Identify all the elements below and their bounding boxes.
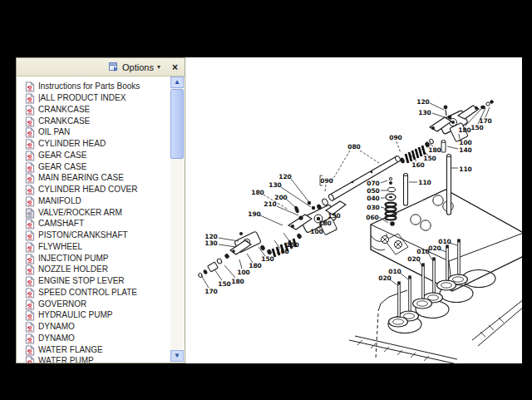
part-number-label: 030 [367,204,380,211]
part-number-label: 110 [459,165,472,173]
pdf-page-icon [25,126,35,137]
bookmark-item-label: FLYWHEEL [38,242,82,251]
bookmark-item[interactable]: DYNAMO [25,321,170,333]
bookmark-item[interactable]: GEAR CASE [25,150,170,161]
bookmark-item[interactable]: |ALL PRODUCT INDEX [25,92,170,104]
part-number-label: 160 [276,248,289,255]
bookmarks-scrollbar[interactable]: ▲ ▼ [170,77,184,362]
pdf-page-icon [25,218,35,229]
pdf-page-icon [25,344,35,355]
bookmark-item[interactable]: GOVERNOR [25,298,170,309]
part-number-label: 180 [428,146,441,154]
bookmark-item[interactable]: VALVE/ROCKER ARM [25,206,170,218]
document-page[interactable]: 1201301701501801001401101601501800900800… [185,57,522,363]
part-number-label: 180 [249,262,262,269]
bookmark-item-label: GEAR CASE [38,162,86,171]
scroll-down-button[interactable]: ▼ [170,350,184,362]
part-number-label: 120 [278,173,292,180]
bookmark-item-label: GOVERNOR [38,299,86,309]
bookmark-item[interactable]: MANIFOLD [25,195,170,207]
part-number-label: 150 [328,212,341,220]
pdf-page-icon [25,207,35,218]
bookmark-item-label: |ALL PRODUCT INDEX [38,93,126,102]
bookmark-item[interactable]: CYLINDER HEAD [25,138,170,150]
options-menu-icon [109,62,119,72]
pdf-page-icon [25,92,35,103]
part-number-label: 130 [204,240,218,247]
bookmark-item-label: HYDRAULIC PUMP [38,310,112,319]
pdf-page-icon [25,264,35,274]
pdf-page-icon [25,333,35,343]
bookmark-item[interactable]: CRANKCASE [25,104,170,116]
bookmark-item[interactable]: DYNAMO [25,333,170,344]
scroll-up-button[interactable]: ▲ [170,77,184,88]
pdf-page-icon [25,253,35,264]
part-number-label: 050 [367,187,380,195]
bookmark-item[interactable]: ENGINE STOP LEVER [25,275,170,287]
part-number-label: 150 [218,280,231,288]
options-button[interactable]: Options ▾ [109,62,160,72]
bookmark-item-label: WATER FLANGE [38,345,103,354]
bookmark-item-label: PISTON/CRANKSHAFT [38,230,128,240]
part-number-label: 180 [458,126,471,134]
pdf-page-icon [25,195,35,206]
bookmark-item-label: CRANKCASE [38,105,90,114]
part-number-label: 100 [459,139,472,146]
part-number-label: 070 [367,180,380,187]
part-number-label: 180 [318,220,332,227]
chevron-down-icon: ▾ [157,63,160,71]
part-number-label: 130 [268,181,282,189]
part-number-label: 150 [470,124,484,131]
bookmark-item-label: INJECTION PUMP [38,254,108,263]
bookmark-item-label: WATER PUMP [38,356,94,363]
part-number-label: 020 [407,255,421,263]
part-number-label: 150 [423,155,436,162]
bookmark-item[interactable]: CAMSHAFT [25,218,170,230]
part-number-label: 190 [248,210,261,218]
bookmark-item-label: GEAR CASE [38,151,86,160]
part-number-label: 150 [261,255,274,263]
pdf-page-icon [25,355,35,363]
pdf-page-icon [25,172,35,183]
bookmark-item-label: ENGINE STOP LEVER [38,276,125,285]
close-panel-button[interactable]: × [172,62,178,72]
bookmark-item-label: CYLINDER HEAD [38,139,106,148]
bookmark-item[interactable]: FLYWHEEL [25,241,170,253]
bookmark-item-label: DYNAMO [38,333,75,343]
pdf-page-icon [25,116,35,126]
bookmark-item[interactable]: WATER FLANGE [25,343,170,355]
pdf-page-icon [25,150,35,160]
pdf-page-icon [25,299,35,309]
bookmark-item[interactable]: PISTON/CRANKSHAFT [25,230,170,241]
part-number-label: 160 [411,161,425,169]
part-number-label: 170 [204,288,218,295]
part-number-label: 130 [418,109,431,116]
scrollbar-thumb[interactable] [170,89,184,159]
bookmark-item-label: CYLINDER HEAD COVER [38,185,137,194]
bookmark-item-label: OIL PAN [38,127,70,136]
pdf-page-icon [25,104,35,115]
part-number-label: 100 [237,269,250,276]
bookmark-item[interactable]: NOZZLE HOLDER [25,264,170,275]
bookmark-item[interactable]: WATER PUMP [25,355,170,363]
bookmark-item[interactable]: INJECTION PUMP [25,252,170,264]
valve-rocker-arm-diagram: 1201301701501801001401101601501800900800… [185,57,522,363]
bookmark-item[interactable]: MAIN BEARING CASE [25,172,170,184]
bookmark-item[interactable]: SPEED CONTROL PLATE [25,287,170,299]
bookmark-item[interactable]: Instructions for Parts Books [25,81,170,92]
options-label: Options [122,62,154,72]
part-number-label: 210 [264,200,277,208]
pdf-page-icon [25,287,35,298]
pdf-page-icon [25,230,35,240]
part-number-label: 020 [378,274,392,282]
bookmark-item[interactable]: CRANKCASE [25,115,170,126]
part-number-label: 120 [416,98,430,106]
bookmark-item[interactable]: OIL PAN [25,126,170,138]
bookmark-item[interactable]: GEAR CASE [25,160,170,172]
part-number-label: 100 [310,228,323,235]
part-number-label: 180 [251,189,264,196]
pdf-page-icon [25,275,35,286]
bookmark-item[interactable]: CYLINDER HEAD COVER [25,184,170,195]
bookmarks-panel-header: Options ▾ × [17,58,185,77]
bookmark-item[interactable]: HYDRAULIC PUMP [25,309,170,321]
